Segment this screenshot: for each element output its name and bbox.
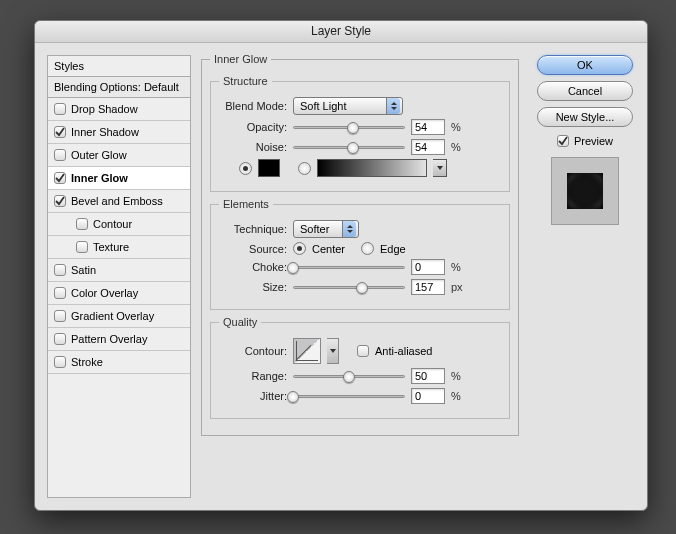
range-field[interactable]: 50: [411, 368, 445, 384]
style-item-label: Texture: [93, 241, 129, 253]
preview-swatch-inner: [567, 173, 603, 209]
style-item-label: Outer Glow: [71, 149, 127, 161]
quality-group: Quality Contour: Anti-aliased Range:: [210, 316, 510, 419]
blend-mode-value: Soft Light: [300, 100, 346, 112]
style-checkbox[interactable]: [54, 310, 66, 322]
style-checkbox[interactable]: [54, 333, 66, 345]
style-checkbox[interactable]: [76, 218, 88, 230]
choke-unit: %: [451, 261, 467, 273]
size-slider[interactable]: [293, 280, 405, 294]
preview-checkbox[interactable]: [557, 135, 569, 147]
chevron-updown-icon: [386, 98, 400, 114]
new-style-button[interactable]: New Style...: [537, 107, 633, 127]
quality-title: Quality: [219, 316, 261, 328]
technique-value: Softer: [300, 223, 329, 235]
preview-swatch: [551, 157, 619, 225]
range-slider[interactable]: [293, 369, 405, 383]
gradient-dropdown-button[interactable]: [433, 159, 447, 177]
preview-label: Preview: [574, 135, 613, 147]
style-item-label: Pattern Overlay: [71, 333, 147, 345]
glow-gradient-swatch[interactable]: [317, 159, 427, 177]
dialog-buttons: OK Cancel New Style... Preview: [535, 55, 635, 225]
cancel-button[interactable]: Cancel: [537, 81, 633, 101]
style-item-drop-shadow[interactable]: Drop Shadow: [48, 98, 190, 121]
style-item-label: Color Overlay: [71, 287, 138, 299]
style-checkbox[interactable]: [54, 103, 66, 115]
style-checkbox[interactable]: [54, 356, 66, 368]
jitter-label: Jitter:: [219, 390, 287, 402]
style-item-satin[interactable]: Satin: [48, 259, 190, 282]
style-item-pattern-overlay[interactable]: Pattern Overlay: [48, 328, 190, 351]
technique-label: Technique:: [219, 223, 287, 235]
range-unit: %: [451, 370, 467, 382]
style-item-label: Satin: [71, 264, 96, 276]
contour-dropdown-button[interactable]: [327, 338, 339, 364]
glow-color-swatch[interactable]: [258, 159, 280, 177]
style-item-outer-glow[interactable]: Outer Glow: [48, 144, 190, 167]
opacity-unit: %: [451, 121, 467, 133]
style-item-gradient-overlay[interactable]: Gradient Overlay: [48, 305, 190, 328]
window-title: Layer Style: [35, 21, 647, 43]
elements-group: Elements Technique: Softer Source: Cente…: [210, 198, 510, 310]
style-item-label: Bevel and Emboss: [71, 195, 163, 207]
style-item-label: Stroke: [71, 356, 103, 368]
contour-swatch[interactable]: [293, 338, 321, 364]
noise-label: Noise:: [219, 141, 287, 153]
choke-field[interactable]: 0: [411, 259, 445, 275]
opacity-field[interactable]: 54: [411, 119, 445, 135]
styles-list: Drop ShadowInner ShadowOuter GlowInner G…: [48, 98, 190, 374]
style-checkbox[interactable]: [54, 172, 66, 184]
size-label: Size:: [219, 281, 287, 293]
inner-glow-group: Inner Glow Structure Blend Mode: Soft Li…: [201, 53, 519, 436]
style-item-color-overlay[interactable]: Color Overlay: [48, 282, 190, 305]
glow-solid-color-radio[interactable]: [239, 162, 252, 175]
source-center-radio[interactable]: [293, 242, 306, 255]
style-checkbox[interactable]: [76, 241, 88, 253]
effect-settings-panel: Inner Glow Structure Blend Mode: Soft Li…: [201, 53, 519, 498]
styles-header[interactable]: Styles: [48, 56, 190, 77]
anti-aliased-label: Anti-aliased: [375, 345, 432, 357]
layer-style-dialog: Layer Style Styles Blending Options: Def…: [34, 20, 648, 511]
blending-options-row[interactable]: Blending Options: Default: [48, 77, 190, 98]
style-item-inner-glow[interactable]: Inner Glow: [48, 167, 190, 190]
glow-gradient-radio[interactable]: [298, 162, 311, 175]
inner-glow-title: Inner Glow: [210, 53, 271, 65]
styles-panel: Styles Blending Options: Default Drop Sh…: [47, 55, 191, 498]
opacity-label: Opacity:: [219, 121, 287, 133]
style-item-texture[interactable]: Texture: [48, 236, 190, 259]
style-checkbox[interactable]: [54, 287, 66, 299]
choke-slider[interactable]: [293, 260, 405, 274]
contour-label: Contour:: [219, 345, 287, 357]
source-edge-radio[interactable]: [361, 242, 374, 255]
style-item-label: Inner Glow: [71, 172, 128, 184]
noise-unit: %: [451, 141, 467, 153]
structure-title: Structure: [219, 75, 272, 87]
style-checkbox[interactable]: [54, 195, 66, 207]
choke-label: Choke:: [219, 261, 287, 273]
technique-select[interactable]: Softer: [293, 220, 359, 238]
jitter-slider[interactable]: [293, 389, 405, 403]
style-item-label: Drop Shadow: [71, 103, 138, 115]
style-checkbox[interactable]: [54, 126, 66, 138]
style-item-stroke[interactable]: Stroke: [48, 351, 190, 374]
style-item-bevel-and-emboss[interactable]: Bevel and Emboss: [48, 190, 190, 213]
noise-field[interactable]: 54: [411, 139, 445, 155]
elements-title: Elements: [219, 198, 273, 210]
style-item-label: Inner Shadow: [71, 126, 139, 138]
size-unit: px: [451, 281, 467, 293]
opacity-slider[interactable]: [293, 120, 405, 134]
source-label: Source:: [219, 243, 287, 255]
ok-button[interactable]: OK: [537, 55, 633, 75]
source-edge-label: Edge: [380, 243, 406, 255]
size-field[interactable]: 157: [411, 279, 445, 295]
blend-mode-select[interactable]: Soft Light: [293, 97, 403, 115]
range-label: Range:: [219, 370, 287, 382]
anti-aliased-checkbox[interactable]: [357, 345, 369, 357]
chevron-updown-icon: [342, 221, 356, 237]
style-item-inner-shadow[interactable]: Inner Shadow: [48, 121, 190, 144]
jitter-field[interactable]: 0: [411, 388, 445, 404]
style-checkbox[interactable]: [54, 264, 66, 276]
style-checkbox[interactable]: [54, 149, 66, 161]
noise-slider[interactable]: [293, 140, 405, 154]
style-item-contour[interactable]: Contour: [48, 213, 190, 236]
